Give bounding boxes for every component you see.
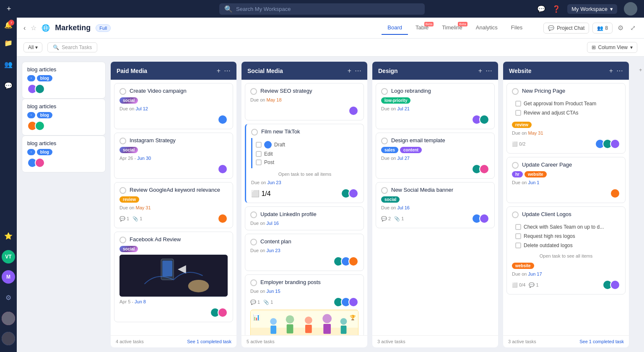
task-card-email-template[interactable]: Design email template sales content Due …: [376, 133, 495, 179]
task-checkbox[interactable]: [250, 88, 257, 95]
task-card-instagram[interactable]: Instagram Strategy social Apr 26 - Jun 3…: [114, 133, 233, 179]
help-icon[interactable]: ❓: [552, 5, 561, 13]
sidebar-avatar-m[interactable]: M: [2, 270, 15, 284]
attachments-stat: 📎 1: [394, 216, 404, 222]
column-view-button[interactable]: ⊞ Column View ▾: [587, 42, 637, 53]
svg-point-12: [305, 316, 312, 324]
tab-table[interactable]: Table Beta: [410, 21, 434, 35]
sidebar-avatar-user1[interactable]: [2, 312, 15, 325]
chat-icon[interactable]: 💬: [537, 5, 545, 13]
blog-card-2[interactable]: blog articles · blog: [22, 99, 106, 136]
sidebar-item-stars[interactable]: ⭐: [1, 229, 16, 243]
workspace-selector[interactable]: My Workspace ▾: [567, 4, 617, 14]
subtask-high-res[interactable]: Request high res logos: [515, 232, 620, 241]
task-card-linkedin[interactable]: Update LinkedIn profile Due on Jul 16: [245, 206, 364, 230]
task-checkbox[interactable]: [250, 279, 257, 286]
sidebar-item-chat[interactable]: 💬: [1, 78, 16, 93]
task-checkbox[interactable]: [250, 239, 257, 245]
task-checkbox[interactable]: [512, 211, 519, 218]
see-all-items[interactable]: Open task to see all items: [251, 170, 358, 178]
blog-tag: blog: [37, 112, 52, 118]
chevron-down-icon: ▾: [610, 6, 613, 12]
sidebar-item-settings[interactable]: ⚙: [2, 290, 15, 305]
task-card-social-banner[interactable]: New Social Media banner social Due on Ju…: [376, 182, 495, 228]
task-card-facebook[interactable]: Facebook Ad Review social: [114, 232, 233, 322]
task-card-logo-rebranding[interactable]: Logo rebranding low-priority Due on Jul …: [376, 83, 495, 129]
avatar: [35, 158, 45, 168]
tab-board[interactable]: Board: [382, 21, 408, 35]
task-card-pricing-page[interactable]: New Pricing Page Get approval from Produ…: [506, 83, 626, 154]
task-checkbox[interactable]: [119, 237, 126, 243]
see-all-items[interactable]: Open task to see all items: [512, 252, 620, 260]
blog-card-1[interactable]: blog articles · blog: [22, 62, 106, 99]
search-input[interactable]: [236, 6, 420, 12]
star-icon[interactable]: ☆: [31, 24, 36, 32]
task-checkbox[interactable]: [512, 162, 519, 169]
nav-right-actions: 💬 Project Chat 👥 8 ⚙ ⤢: [543, 22, 637, 34]
subtask-item-draft[interactable]: Draft: [252, 140, 358, 150]
create-column-button[interactable]: + + Creat...: [634, 62, 644, 347]
task-checkbox[interactable]: [381, 187, 388, 194]
due-date: Jul 16: [397, 205, 410, 210]
task-title: Update LinkedIn profile: [260, 211, 358, 217]
user-avatar[interactable]: [624, 2, 637, 16]
sidebar-item-notifications[interactable]: 🔔 7: [1, 18, 16, 32]
globe-icon[interactable]: 🌐: [42, 24, 50, 32]
tab-files[interactable]: Files: [505, 21, 528, 35]
comments-stat: 💬 2: [381, 216, 391, 222]
settings-icon[interactable]: ⚙: [616, 22, 625, 34]
more-options-button[interactable]: ⋯: [616, 67, 623, 75]
task-checkbox[interactable]: [381, 88, 388, 95]
task-card-seo[interactable]: Review SEO strategy Due on May 18: [245, 83, 364, 120]
task-card-tiktok[interactable]: Film new TikTok Draft Edit Post: [245, 124, 364, 203]
more-options-button[interactable]: ⋯: [486, 67, 492, 75]
avatar: [35, 84, 45, 94]
add-icon[interactable]: +: [7, 5, 11, 13]
sidebar-avatar-vt[interactable]: VT: [2, 250, 15, 263]
tab-analytics[interactable]: Analytics: [470, 21, 504, 35]
add-task-button[interactable]: +: [217, 67, 221, 75]
more-options-button[interactable]: ⋯: [355, 67, 361, 75]
task-checkbox[interactable]: [512, 88, 519, 95]
completed-link[interactable]: See 1 completed task: [579, 339, 624, 344]
task-card-client-logos[interactable]: Update Client Logos Check with Sales Tea…: [506, 206, 626, 295]
back-button[interactable]: ‹: [23, 24, 26, 32]
task-card-create-video[interactable]: Create Video campaign social Due on Jul …: [114, 83, 233, 129]
subtask-check-sales[interactable]: Check with Sales Team on up to d...: [515, 222, 620, 232]
search-bar[interactable]: 🔍: [219, 3, 425, 15]
task-title: Employer branding posts: [260, 279, 358, 285]
subtask-cta[interactable]: Review and adjust CTAs: [515, 108, 620, 117]
sidebar-avatar-user2[interactable]: [2, 332, 15, 345]
task-card-career-page[interactable]: Update Career Page hr website Due on Jun…: [506, 157, 626, 203]
project-chat-button[interactable]: 💬 Project Chat: [543, 23, 589, 34]
blog-card-3[interactable]: blog articles · blog: [22, 136, 106, 172]
task-checkbox[interactable]: [119, 187, 126, 194]
members-button[interactable]: 👥 8: [592, 23, 613, 34]
add-task-button[interactable]: +: [348, 67, 351, 75]
add-task-button[interactable]: +: [478, 67, 482, 75]
task-checkbox[interactable]: [251, 129, 258, 136]
date-range: Apr 5 - Jun 8: [119, 299, 146, 304]
task-checkbox[interactable]: [250, 211, 257, 218]
subtask-item-post[interactable]: Post: [252, 158, 358, 167]
subtask-approval[interactable]: Get approval from Product Team: [515, 99, 620, 108]
blue-tag: ·: [27, 75, 35, 81]
completed-link[interactable]: See 1 completed task: [187, 339, 231, 344]
task-checkbox[interactable]: [119, 88, 126, 95]
filter-dropdown[interactable]: All ▾: [23, 42, 42, 52]
search-tasks-input[interactable]: 🔍 Search Tasks: [47, 42, 97, 52]
task-card-content-plan[interactable]: Content plan Due on Jun 23: [245, 234, 364, 271]
svg-point-14: [322, 314, 332, 323]
task-checkbox[interactable]: [381, 138, 388, 144]
add-task-button[interactable]: +: [609, 67, 613, 75]
tab-timeline[interactable]: Timeline Beta: [436, 21, 468, 35]
expand-icon[interactable]: ⤢: [628, 22, 637, 34]
subtask-delete-outdated[interactable]: Delete outdated logos: [515, 241, 620, 250]
sidebar-item-team[interactable]: 👥: [1, 57, 16, 72]
subtask-item-edit[interactable]: Edit: [252, 150, 358, 158]
more-options-button[interactable]: ⋯: [224, 67, 231, 75]
task-checkbox[interactable]: [119, 138, 126, 144]
sidebar-item-projects[interactable]: 📁: [1, 36, 16, 50]
task-card-employer-branding[interactable]: Employer branding posts Due on Jun 15 💬 …: [245, 274, 364, 335]
task-card-googlead[interactable]: Review GoogleAd keyword relevance review…: [114, 182, 233, 228]
